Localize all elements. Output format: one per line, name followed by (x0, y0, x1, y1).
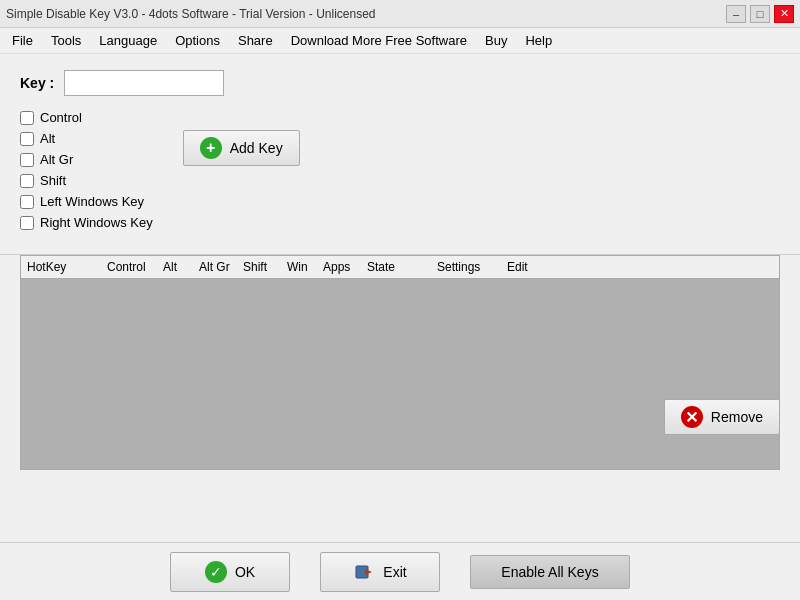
close-button[interactable]: ✕ (774, 5, 794, 23)
menu-item-file[interactable]: File (4, 30, 41, 51)
table-header: HotKeyControlAltAlt GrShiftWinAppsStateS… (21, 256, 779, 279)
table-header-edit: Edit (501, 260, 545, 274)
checkbox-row-alt: Alt (20, 131, 153, 146)
checkbox-row-control: Control (20, 110, 153, 125)
window-controls: – □ ✕ (726, 5, 794, 23)
table-header-shift: Shift (237, 260, 281, 274)
checkbox-label-right-win: Right Windows Key (40, 215, 153, 230)
menu-bar: FileToolsLanguageOptionsShareDownload Mo… (0, 28, 800, 54)
menu-item-tools[interactable]: Tools (43, 30, 89, 51)
ok-label: OK (235, 564, 255, 580)
table-header-control: Control (101, 260, 157, 274)
title-bar: Simple Disable Key V3.0 - 4dots Software… (0, 0, 800, 28)
checkbox-control[interactable] (20, 111, 34, 125)
remove-label: Remove (711, 409, 763, 425)
table-header-alt-gr: Alt Gr (193, 260, 237, 274)
checkbox-right-win[interactable] (20, 216, 34, 230)
table-header-alt: Alt (157, 260, 193, 274)
checkbox-label-left-win: Left Windows Key (40, 194, 144, 209)
table-header-settings: Settings (431, 260, 501, 274)
checkbox-label-control: Control (40, 110, 82, 125)
add-key-button[interactable]: + Add Key (183, 130, 300, 166)
checkbox-row-altgr: Alt Gr (20, 152, 153, 167)
menu-item-share[interactable]: Share (230, 30, 281, 51)
ok-icon: ✓ (205, 561, 227, 583)
minimize-button[interactable]: – (726, 5, 746, 23)
menu-item-download-more[interactable]: Download More Free Software (283, 30, 475, 51)
checkbox-row-left-win: Left Windows Key (20, 194, 153, 209)
exit-label: Exit (383, 564, 406, 580)
main-content: Key : ControlAltAlt GrShiftLeft Windows … (0, 54, 800, 240)
exit-button[interactable]: Exit (320, 552, 440, 592)
modifier-checkboxes: ControlAltAlt GrShiftLeft Windows KeyRig… (20, 110, 153, 230)
checkbox-altgr[interactable] (20, 153, 34, 167)
key-label: Key : (20, 75, 54, 91)
enable-all-keys-button[interactable]: Enable All Keys (470, 555, 630, 589)
maximize-button[interactable]: □ (750, 5, 770, 23)
table-header-win: Win (281, 260, 317, 274)
key-input[interactable] (64, 70, 224, 96)
checkbox-label-shift: Shift (40, 173, 66, 188)
window-title: Simple Disable Key V3.0 - 4dots Software… (6, 7, 376, 21)
checkbox-label-altgr: Alt Gr (40, 152, 73, 167)
checkbox-shift[interactable] (20, 174, 34, 188)
enable-all-keys-label: Enable All Keys (501, 564, 598, 580)
menu-item-buy[interactable]: Buy (477, 30, 515, 51)
hotkeys-table: HotKeyControlAltAlt GrShiftWinAppsStateS… (20, 255, 780, 470)
menu-item-options[interactable]: Options (167, 30, 228, 51)
checkbox-left-win[interactable] (20, 195, 34, 209)
checkbox-label-alt: Alt (40, 131, 55, 146)
menu-item-help[interactable]: Help (517, 30, 560, 51)
exit-icon (353, 561, 375, 583)
right-panel: ✕ Remove (664, 399, 780, 435)
add-key-label: Add Key (230, 140, 283, 156)
menu-item-language[interactable]: Language (91, 30, 165, 51)
checkboxes-section: ControlAltAlt GrShiftLeft Windows KeyRig… (20, 110, 780, 230)
remove-button[interactable]: ✕ Remove (664, 399, 780, 435)
ok-button[interactable]: ✓ OK (170, 552, 290, 592)
add-icon: + (200, 137, 222, 159)
table-header-hotkey: HotKey (21, 260, 101, 274)
bottom-bar: ✓ OK Exit Enable All Keys (0, 542, 800, 600)
checkbox-row-right-win: Right Windows Key (20, 215, 153, 230)
checkbox-row-shift: Shift (20, 173, 153, 188)
table-header-apps: Apps (317, 260, 361, 274)
remove-icon: ✕ (681, 406, 703, 428)
table-header-state: State (361, 260, 431, 274)
key-row: Key : (20, 70, 780, 96)
checkbox-alt[interactable] (20, 132, 34, 146)
table-body (21, 279, 779, 465)
